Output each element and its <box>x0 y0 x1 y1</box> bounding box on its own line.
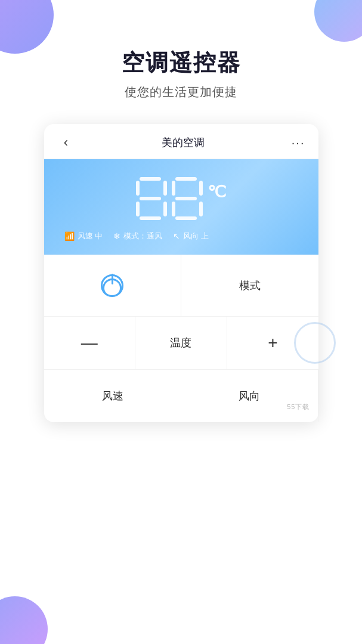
temp-plus-button[interactable]: + <box>227 317 318 369</box>
status-bar: 📶 风速 中 ❄ 模式：通风 ↖ 风向 上 <box>62 231 301 242</box>
seg-b2 <box>199 181 203 196</box>
temp-label: 温度 <box>170 336 191 350</box>
decorative-blob-bottom-left <box>0 596 48 644</box>
seg-g1 <box>140 197 161 200</box>
page-subtitle: 使您的生活更加便捷 <box>0 84 362 100</box>
remote-card: ‹ 美的空调 ··· <box>44 124 318 422</box>
plus-icon: + <box>268 335 277 351</box>
seg-c2 <box>199 202 203 216</box>
watermark: 55下载 <box>287 402 310 411</box>
mode-label: 模式：通风 <box>123 231 162 242</box>
wind-direction-button[interactable]: 风向 <box>181 370 318 422</box>
page-title: 空调遥控器 <box>0 48 362 78</box>
power-icon <box>101 274 123 297</box>
wind-speed-label: 风速 中 <box>78 231 103 242</box>
more-button[interactable]: ··· <box>292 136 305 150</box>
seg-g2 <box>175 197 197 200</box>
wind-speed-button[interactable]: 风速 <box>44 370 181 422</box>
wind-speed-icon: 📶 <box>64 231 75 241</box>
seg-b1 <box>163 181 167 196</box>
minus-icon: — <box>81 335 98 351</box>
temp-label-cell: 温度 <box>135 317 227 369</box>
seg-e1 <box>136 202 140 216</box>
seg-a1 <box>140 177 161 181</box>
back-button[interactable]: ‹ <box>57 135 75 150</box>
digit-tens <box>136 177 167 220</box>
digit-ones <box>172 177 203 220</box>
wind-direction-label: 风向 <box>239 389 260 403</box>
seg-d2 <box>175 216 197 220</box>
wind-direction-status: ↖ 风向 上 <box>173 231 209 242</box>
seg-f1 <box>136 181 140 196</box>
mode-label: 模式 <box>239 278 261 293</box>
celsius-symbol: ℃ <box>208 182 226 202</box>
wind-speed-status: 📶 风速 中 <box>64 231 103 242</box>
control-grid: 模式 — 温度 + 风速 风向 <box>44 255 318 422</box>
wind-direction-label: 风向 上 <box>183 231 209 242</box>
power-button[interactable] <box>44 255 181 317</box>
seg-e2 <box>172 202 175 216</box>
digit-container <box>136 177 203 220</box>
temperature-display: ℃ <box>62 177 301 220</box>
temp-minus-button[interactable]: — <box>44 317 135 369</box>
wind-direction-icon: ↖ <box>173 231 180 241</box>
mode-button[interactable]: 模式 <box>181 255 318 317</box>
seg-c1 <box>163 202 167 216</box>
seg-f2 <box>172 181 175 196</box>
mode-icon: ❄ <box>113 231 120 241</box>
mode-status: ❄ 模式：通风 <box>113 231 162 242</box>
device-title: 美的空调 <box>162 135 205 150</box>
temperature-panel: ℃ 📶 风速 中 ❄ 模式：通风 ↖ 风向 上 <box>44 159 318 255</box>
seg-d1 <box>140 216 161 220</box>
page-header: 空调遥控器 使您的生活更加便捷 <box>0 0 362 100</box>
temperature-row: — 温度 + <box>44 317 318 370</box>
seg-a2 <box>175 177 197 181</box>
decorative-circle <box>294 322 336 364</box>
wind-speed-label: 风速 <box>102 389 123 403</box>
card-navbar: ‹ 美的空调 ··· <box>44 124 318 159</box>
